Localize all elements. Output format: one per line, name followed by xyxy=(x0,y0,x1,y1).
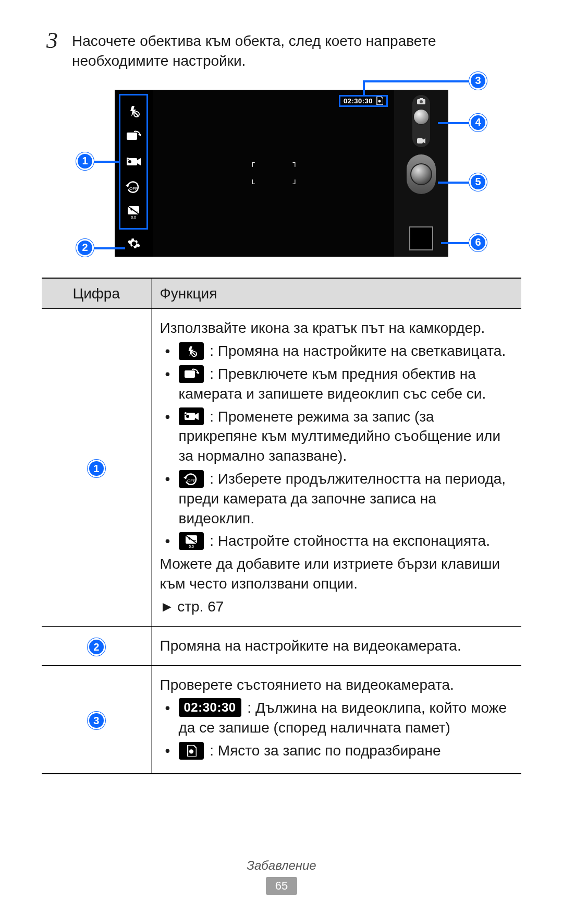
viewfinder: ┌┐ └┘ xyxy=(153,90,394,257)
step-text: Насочете обектива към обекта, след което… xyxy=(72,29,521,71)
callout-2: 2 xyxy=(76,239,94,257)
callout-5-leader xyxy=(438,182,469,184)
camera-screenshot: OFF +−0.0 ┌┐ └┘ 02:30:30 xyxy=(94,90,469,257)
table-header-number: Цифра xyxy=(42,278,151,309)
list-item: +−0.0 : Настройте стойността на експонац… xyxy=(164,531,513,551)
legend-table: Цифра Функция 1 Използвайте икона за кра… xyxy=(42,278,521,774)
svg-rect-22 xyxy=(185,370,195,378)
callout-1-leader xyxy=(94,161,119,163)
settings-icon xyxy=(125,235,143,253)
callout-4-leader xyxy=(438,122,469,124)
svg-marker-25 xyxy=(195,413,199,420)
svg-point-7 xyxy=(126,157,129,160)
gallery-thumbnail xyxy=(409,226,433,250)
svg-marker-3 xyxy=(138,134,141,136)
list-item: : Превключете към предния обектив на кам… xyxy=(164,364,513,404)
svg-point-26 xyxy=(186,415,189,418)
step-number: 3 xyxy=(42,29,63,71)
exposure-icon: +−0.0 xyxy=(125,204,142,220)
step-row: 3 Насочете обектива към обекта, след кое… xyxy=(42,29,521,71)
list-item: : Място за запис по подразбиране xyxy=(164,741,513,761)
storage-card-icon xyxy=(376,97,383,105)
list-item: 02:30:30 : Дължина на видеоклипа, който … xyxy=(164,698,513,738)
svg-text:−: − xyxy=(193,537,197,543)
callout-3-leader-h xyxy=(365,80,469,82)
svg-line-21 xyxy=(192,353,195,356)
recording-timer: 02:30:30 xyxy=(339,95,388,107)
svg-marker-23 xyxy=(196,372,199,374)
video-mode-icon xyxy=(417,138,425,144)
svg-text:OFF: OFF xyxy=(129,186,138,191)
flash-icon xyxy=(179,342,204,360)
switch-camera-icon xyxy=(179,365,204,383)
page-reference: ►стр. 67 xyxy=(160,597,513,617)
svg-point-14 xyxy=(378,100,381,103)
table-row: 3 Проверете състоянието на видеокамерата… xyxy=(42,666,521,774)
svg-rect-17 xyxy=(420,98,423,100)
camera-frame: OFF +−0.0 ┌┐ └┘ 02:30:30 xyxy=(115,90,448,257)
timer-icon: OFF xyxy=(125,179,142,195)
row1-outro: Можете да добавите или изтриете бързи кл… xyxy=(160,554,513,594)
callout-3: 3 xyxy=(469,72,487,90)
list-item: : Промяна на настройките на светкавицата… xyxy=(164,341,513,361)
row3-badge: 3 xyxy=(88,712,105,729)
table-row: 2 Промяна на настройките на видеокамерат… xyxy=(42,626,521,666)
footer-page-number: 65 xyxy=(266,877,297,895)
storage-card-icon xyxy=(179,742,204,760)
table-header-function: Функция xyxy=(151,278,521,309)
row1-badge: 1 xyxy=(88,460,105,477)
timer-icon: OFF xyxy=(179,470,204,488)
row2-badge: 2 xyxy=(88,638,105,656)
svg-rect-18 xyxy=(417,138,423,143)
svg-marker-5 xyxy=(137,158,141,165)
mode-switch xyxy=(412,95,430,147)
focus-brackets-icon: ┌┐ └┘ xyxy=(250,158,297,189)
record-mode-icon xyxy=(179,407,204,425)
svg-marker-19 xyxy=(423,138,425,143)
callout-6-leader xyxy=(441,242,469,244)
svg-point-6 xyxy=(128,160,131,163)
svg-text:−: − xyxy=(136,208,139,214)
callout-2-leader xyxy=(94,247,125,249)
svg-rect-2 xyxy=(127,133,137,140)
callout-3-leader-v xyxy=(363,80,365,96)
callout-6: 6 xyxy=(469,234,487,251)
flash-icon xyxy=(125,103,142,119)
camera-mode-icon xyxy=(417,98,425,104)
timer-badge: 02:30:30 xyxy=(179,698,241,717)
svg-point-16 xyxy=(420,100,423,103)
callout-1: 1 xyxy=(76,152,94,170)
shutter-control xyxy=(407,154,436,194)
mode-switch-knob xyxy=(414,110,429,124)
svg-point-34 xyxy=(189,749,193,753)
timer-value: 02:30:30 xyxy=(344,97,373,106)
right-controls xyxy=(394,90,448,257)
row2-text: Промяна на настройките на видеокамерата. xyxy=(151,626,521,666)
page-footer: Забавление 65 xyxy=(0,857,563,895)
triangle-icon: ► xyxy=(160,598,175,615)
list-item: : Променете режима за запис (за прикрепя… xyxy=(164,407,513,466)
callout-4: 4 xyxy=(469,114,487,131)
table-row: 1 Използвайте икона за кратък път на кам… xyxy=(42,309,521,626)
svg-text:+: + xyxy=(130,207,133,212)
footer-section-title: Забавление xyxy=(0,857,563,874)
svg-text:0.0: 0.0 xyxy=(189,545,194,548)
exposure-icon: +−0.0 xyxy=(179,532,204,550)
row1-intro: Използвайте икона за кратък път на камко… xyxy=(160,318,513,338)
svg-point-27 xyxy=(184,412,187,415)
record-mode-icon xyxy=(125,154,142,170)
switch-camera-icon xyxy=(125,128,142,144)
shutter-button-icon xyxy=(410,163,432,185)
svg-line-1 xyxy=(135,113,138,116)
list-item: OFF : Изберете продължителността на пери… xyxy=(164,469,513,528)
svg-text:OFF: OFF xyxy=(187,478,195,483)
shortcut-panel: OFF +−0.0 xyxy=(119,94,148,230)
svg-text:+: + xyxy=(188,536,191,542)
svg-text:0.0: 0.0 xyxy=(131,215,136,219)
row3-intro: Проверете състоянието на видеокамерата. xyxy=(160,675,513,695)
callout-5: 5 xyxy=(469,173,487,191)
